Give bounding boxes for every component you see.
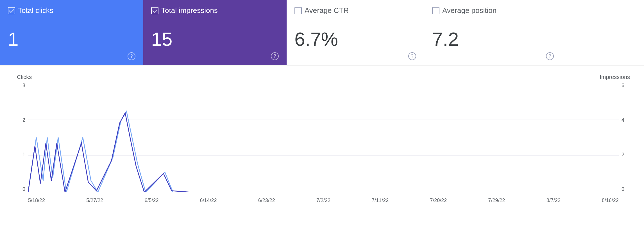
metric-card-average-position[interactable]: Average position 7.2 ? [424,0,562,65]
checkbox-average-position[interactable] [432,7,439,14]
dashboard-container: Total clicks 1 ? Total impressions 15 ? … [0,0,644,240]
chart-axis-labels: Clicks Impressions [17,74,630,80]
metric-card-spacer [562,0,644,65]
metric-card-header-position: Average position [432,6,554,15]
chart-svg [28,83,619,192]
help-icon-clicks[interactable]: ? [128,52,135,60]
metric-card-total-clicks[interactable]: Total clicks 1 ? [0,0,143,65]
metric-value-average-position: 7.2 [432,18,554,60]
metric-label-average-position: Average position [442,6,496,15]
clicks-line [28,112,619,192]
metric-card-header-ctr: Average CTR [294,6,416,15]
impressions-line [28,113,617,192]
chart-inner [28,83,619,192]
metric-card-total-impressions[interactable]: Total impressions 15 ? [143,0,287,65]
y-axis-right: 0 2 4 6 [622,83,630,192]
checkbox-total-impressions[interactable] [151,7,158,14]
help-icon-impressions[interactable]: ? [271,52,279,60]
metric-label-average-ctr: Average CTR [305,6,349,15]
left-axis-label: Clicks [17,74,32,80]
y-axis-left: 0 1 2 3 [17,83,25,192]
metric-value-average-ctr: 6.7% [294,18,416,60]
metric-card-average-ctr[interactable]: Average CTR 6.7% ? [287,0,424,65]
metric-card-header-clicks: Total clicks [8,6,135,15]
metric-value-total-clicks: 1 [8,18,135,60]
x-axis-labels: 5/18/22 5/27/22 6/5/22 6/14/22 6/23/22 7… [28,198,619,203]
help-icon-position[interactable]: ? [546,52,554,60]
checkbox-total-clicks[interactable] [8,7,15,14]
right-axis-label: Impressions [600,74,630,80]
chart-wrapper: 0 1 2 3 0 2 4 6 [17,83,630,203]
metric-value-total-impressions: 15 [151,18,279,60]
metric-label-total-clicks: Total clicks [18,6,53,15]
checkbox-average-ctr[interactable] [294,7,302,14]
metric-label-total-impressions: Total impressions [161,6,218,15]
metric-cards-row: Total clicks 1 ? Total impressions 15 ? … [0,0,644,65]
chart-area: Clicks Impressions 0 1 2 3 0 2 4 6 [0,65,644,240]
help-icon-ctr[interactable]: ? [408,52,416,60]
metric-card-header-impressions: Total impressions [151,6,279,15]
